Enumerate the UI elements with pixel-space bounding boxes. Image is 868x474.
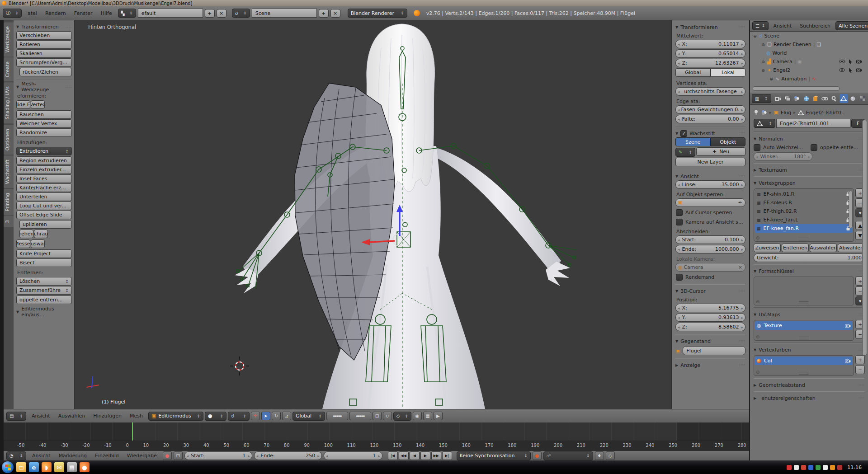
tray-icon[interactable] — [823, 465, 828, 470]
screen-layout-icon[interactable]: ▚↕ — [118, 9, 136, 18]
tool-button[interactable]: Messer — [16, 239, 30, 248]
snap-element-select[interactable]: ◇↕ — [393, 412, 411, 421]
editmode-toggle-header[interactable]: ▼Editiermodus ein/aus... — [16, 308, 72, 316]
breadcrumb-object[interactable]: Flüg — [781, 110, 791, 116]
timeline-menu-item[interactable]: Markierung — [55, 453, 91, 459]
tool-button[interactable]: Loop Cut und ver... — [16, 202, 72, 210]
breadcrumb-data[interactable]: Engel2:Tshirt0... — [806, 110, 846, 116]
tool-dropdown[interactable]: Löschen↕ — [16, 277, 72, 286]
vertex-groups-panel-header[interactable]: ▼Vertexgruppen∷∷ — [754, 179, 865, 187]
outliner-row-world[interactable]: ◍World — [750, 49, 868, 57]
lens-field[interactable]: ◂Linse:35.000▸ — [675, 180, 745, 189]
tool-button[interactable]: Rauschen — [16, 110, 72, 119]
tool-button[interactable]: Auswähl — [31, 239, 45, 248]
viewport-3d[interactable]: Hinten Orthogonal (1) Flügel — [75, 20, 671, 409]
edge-bevel-field[interactable]: ◂Fasen-Gewichtungen 0.▸ — [675, 105, 745, 114]
outliner-row-animation[interactable]: ⊕∿Animation|∿ — [750, 75, 868, 83]
tool-button[interactable]: Schrumpfen/Verg... — [16, 58, 72, 67]
outliner-row-camera[interactable]: ⊕▟Camera|◉ — [750, 57, 868, 66]
cursor-x-field[interactable]: ◂X:5.16775▸ — [675, 304, 745, 312]
tool-button[interactable]: rehen — [19, 230, 33, 238]
vertex-group-item[interactable]: ▦ EF-knee_fan.R — [755, 224, 853, 233]
datablock-name-field[interactable]: Engel2:Tshirt01.001 — [776, 119, 850, 128]
transform-panel-header[interactable]: ▼Transformieren∷∷ — [16, 23, 72, 31]
frame-start-field[interactable]: ◂Start:1▸ — [184, 451, 252, 460]
menu-item[interactable]: atei — [24, 10, 41, 16]
layers-grid-2[interactable]: ▪▪▪▪▪ — [349, 412, 371, 420]
tray-icon[interactable] — [816, 465, 821, 470]
outliner-menu-item[interactable]: Suchbereich — [796, 23, 835, 29]
titlebar[interactable]: Blender* [C:\Users\Admin\Desktop\Modellb… — [0, 0, 868, 6]
proportional-edit-icon[interactable]: ◉ — [413, 412, 422, 420]
pivot-select[interactable]: ☌↕ — [228, 412, 250, 421]
cursor-select-icon[interactable] — [849, 68, 853, 73]
toolshelf-tab[interactable]: Optionen — [4, 125, 14, 155]
lock-icon[interactable]: ⊡ — [373, 412, 382, 420]
uv-maps-list[interactable]: ◍Texture ⊕ — [754, 320, 854, 341]
tool-button-remove-doubles[interactable]: oppelte entfern... — [16, 296, 72, 304]
editor-type-3dview-button[interactable]: ▤↕ — [6, 412, 26, 421]
play-button[interactable]: ▶ — [420, 451, 430, 460]
normals-panel-header[interactable]: ▼Normalen∷∷ — [754, 135, 865, 143]
tool-button[interactable]: Skalieren — [16, 49, 72, 58]
viewport-menu-item[interactable]: Ansicht — [28, 413, 54, 419]
tool-button-duplicate[interactable]: uplizieren — [19, 220, 72, 229]
editor-type-info-button[interactable]: ⓘ↕ — [3, 9, 22, 18]
tool-button[interactable]: Kante/Fläche erz... — [16, 183, 72, 192]
tray-icon[interactable] — [837, 465, 842, 470]
mesh-id-icon[interactable]: ↕ — [754, 119, 775, 128]
render-opengl-icon[interactable]: ▦ — [423, 412, 432, 420]
viewport-menu-item[interactable]: Auswählen — [54, 413, 90, 419]
next-keyframe-button[interactable]: ▶▶ — [431, 451, 441, 460]
display-panel-header[interactable]: ▶Anzeige∷∷ — [675, 361, 745, 369]
current-frame-field[interactable]: ◂1▸ — [324, 451, 382, 460]
outliner-menu-item[interactable]: Ansicht — [769, 23, 796, 29]
tool-button[interactable]: Slide Ed — [16, 100, 30, 109]
timeline-strip[interactable] — [4, 422, 749, 441]
editor-type-timeline-button[interactable]: ◔↕ — [6, 451, 26, 460]
vc-remove-button[interactable]: − — [855, 365, 865, 374]
uv-map-item[interactable]: ◍Texture — [755, 321, 853, 330]
extrude-dropdown[interactable]: Extrudieren↕ — [16, 147, 72, 155]
play-reverse-button[interactable]: ◀ — [410, 451, 420, 460]
tool-button[interactable]: Offset Edge Slide — [16, 211, 72, 219]
timeline-menu-item[interactable]: Einzelbild — [91, 453, 123, 459]
menu-item[interactable]: Fenster — [70, 10, 97, 16]
properties-editor[interactable]: ▥↕ ▸ ▣Flüg ▸ E — [750, 93, 868, 460]
sync-select[interactable]: Keine Synchronisation↕ — [457, 451, 531, 460]
custom-properties-panel-header[interactable]: ▶enutzereigenschaften∷∷ — [754, 394, 865, 402]
median-z-field[interactable]: ◂Z:12.63267▸ — [675, 59, 745, 67]
tool-button[interactable]: Schraub — [34, 230, 48, 238]
jump-start-button[interactable]: |◀ — [388, 451, 398, 460]
tray-icon[interactable] — [787, 465, 792, 470]
tab-material-icon[interactable] — [849, 94, 858, 103]
jump-end-button[interactable]: ▶| — [442, 451, 452, 460]
snap-magnet-icon[interactable]: ∪ — [383, 412, 392, 420]
prev-keyframe-button[interactable]: ◀◀ — [399, 451, 409, 460]
tab-world-icon[interactable] — [802, 94, 811, 103]
tool-button-push-pull[interactable]: rücken/Ziehen — [19, 68, 72, 76]
tray-icon[interactable] — [801, 465, 806, 470]
global-button[interactable]: Global — [675, 68, 711, 77]
menu-item[interactable]: Hilfe — [97, 10, 116, 16]
keying-lock-icon[interactable]: ⊡ — [174, 451, 183, 460]
tab-render-icon[interactable] — [774, 94, 783, 103]
camera-icon[interactable] — [845, 359, 851, 363]
tool-button[interactable]: Rotieren — [16, 40, 72, 49]
render-engine-select[interactable]: Blender Renderer↕ — [348, 9, 407, 18]
tray-icon[interactable] — [794, 465, 799, 470]
tool-button[interactable]: Einzeln extrudier... — [16, 165, 72, 174]
shape-keys-panel-header[interactable]: ▼Formschlüssel∷∷ — [754, 267, 865, 275]
gp-new-layer-button[interactable]: New Layer — [675, 158, 745, 166]
clip-start-field[interactable]: ◂Start:0.100▸ — [675, 235, 745, 244]
delete-key-icon[interactable]: ◇ — [606, 451, 615, 460]
keying-set-field[interactable]: ☍↕ — [543, 451, 593, 460]
weight-slider[interactable]: Gewicht:1.000 — [754, 253, 865, 262]
outliner-hscrollbar[interactable] — [753, 86, 840, 91]
gp-pencil-icon[interactable]: ✎↕ — [675, 148, 695, 157]
tool-button[interactable]: Bisect — [16, 258, 72, 267]
cursor-panel-header[interactable]: ▼3D-Cursor∷∷ — [675, 287, 745, 295]
clip-end-field[interactable]: ◂Ende:1000.000▸ — [675, 245, 745, 253]
eye-icon[interactable] — [839, 68, 845, 72]
grease-pencil-header[interactable]: ▼✓Wachsstift∷∷ — [675, 129, 745, 137]
